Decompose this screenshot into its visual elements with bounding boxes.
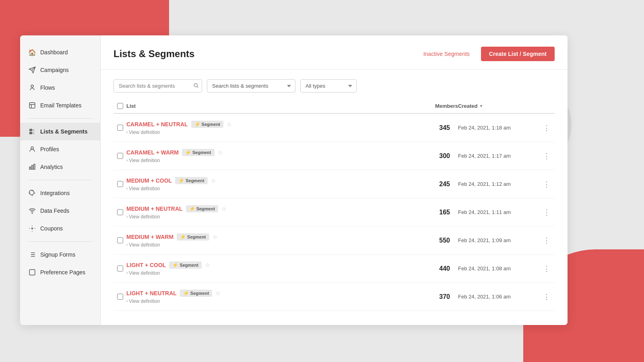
row-menu-button-3[interactable]: ⋮ <box>540 206 553 218</box>
row-menu-button-2[interactable]: ⋮ <box>540 178 553 190</box>
lists-segments-icon <box>28 128 36 136</box>
table-header: List Members Created ▼ <box>114 99 555 114</box>
sidebar-item-flows[interactable]: Flows <box>20 79 100 97</box>
row-checkbox-2 <box>114 181 126 187</box>
view-def-label-0: View definition <box>129 130 160 135</box>
star-icon-4[interactable]: ☆ <box>213 234 218 240</box>
row-checkbox-input-4[interactable] <box>117 237 123 243</box>
view-def-link-4[interactable]: › View definition <box>126 242 410 248</box>
segment-badge-6: ⚡ Segment <box>180 290 212 297</box>
svg-rect-11 <box>29 167 31 169</box>
row-created-1: Feb 24, 2021, 1:17 am <box>458 153 539 159</box>
search-icon-button[interactable] <box>193 82 199 89</box>
col-header-created[interactable]: Created ▼ <box>458 103 539 109</box>
row-name-label-3[interactable]: MEDIUM + NEUTRAL <box>126 206 183 212</box>
create-list-segment-button[interactable]: Create List / Segment <box>481 47 555 61</box>
row-checkbox-input-3[interactable] <box>117 209 123 215</box>
segment-badge-4: ⚡ Segment <box>177 233 209 241</box>
app-window: 🏠 Dashboard Campaigns Flows <box>20 35 568 325</box>
row-name-top-6: LIGHT + NEUTRAL ⚡ Segment ☆ <box>126 290 410 297</box>
home-icon: 🏠 <box>28 48 36 56</box>
lightning-icon-3: ⚡ <box>189 206 195 212</box>
sidebar-item-data-feeds[interactable]: Data Feeds <box>20 202 100 220</box>
row-checkbox-input-5[interactable] <box>117 265 123 272</box>
row-actions-5: ⋮ <box>539 263 555 275</box>
row-name-label-0[interactable]: CARAMEL + NEUTRAL <box>126 121 188 128</box>
sidebar-item-lists-segments[interactable]: Lists & Segments <box>20 123 100 140</box>
sidebar-item-email-templates[interactable]: Email Templates <box>20 97 100 114</box>
row-name-label-5[interactable]: LIGHT + COOL <box>126 262 166 268</box>
search-segments-select[interactable]: Search lists & segments <box>207 79 295 93</box>
view-def-link-1[interactable]: › View definition <box>126 158 410 163</box>
sidebar-item-integrations[interactable]: Integrations <box>20 184 100 202</box>
segment-badge-5: ⚡ Segment <box>169 261 201 269</box>
sidebar-item-label: Lists & Segments <box>40 128 87 135</box>
row-checkbox-input-0[interactable] <box>117 125 123 131</box>
analytics-icon <box>28 163 36 171</box>
row-members-0: 345 <box>410 124 458 132</box>
view-def-link-5[interactable]: › View definition <box>126 270 410 276</box>
select-all-checkbox[interactable] <box>117 103 123 109</box>
view-def-link-2[interactable]: › View definition <box>126 186 410 191</box>
sidebar-item-label: Profiles <box>40 146 59 152</box>
star-icon-6[interactable]: ☆ <box>215 290 221 296</box>
row-checkbox-input-2[interactable] <box>117 181 123 187</box>
row-name-label-6[interactable]: LIGHT + NEUTRAL <box>126 290 177 296</box>
coupons-icon <box>28 224 36 232</box>
row-name-label-2[interactable]: MEDIUM + COOL <box>126 177 172 184</box>
row-menu-button-0[interactable]: ⋮ <box>540 122 553 134</box>
sidebar-item-coupons[interactable]: Coupons <box>20 220 100 237</box>
star-icon-0[interactable]: ☆ <box>227 121 232 128</box>
sidebar-item-dashboard[interactable]: 🏠 Dashboard <box>20 43 100 61</box>
sidebar-item-analytics[interactable]: Analytics <box>20 158 100 176</box>
row-name-label-1[interactable]: CARAMEL + WARM <box>126 149 179 156</box>
star-icon-2[interactable]: ☆ <box>211 177 216 184</box>
row-menu-button-6[interactable]: ⋮ <box>540 291 553 303</box>
sidebar-item-profiles[interactable]: Profiles <box>20 140 100 158</box>
table-row: CARAMEL + WARM ⚡ Segment ☆ › View defini… <box>114 142 555 170</box>
lightning-icon-0: ⚡ <box>194 121 200 127</box>
row-members-1: 300 <box>410 152 458 160</box>
sidebar-item-preference-pages[interactable]: Preference Pages <box>20 263 100 281</box>
row-menu-button-4[interactable]: ⋮ <box>540 234 553 247</box>
view-def-label-1: View definition <box>129 158 160 163</box>
main-content: Lists & Segments Inactive Segments Creat… <box>101 35 568 325</box>
header-actions: Inactive Segments Create List / Segment <box>419 47 555 61</box>
view-def-link-3[interactable]: › View definition <box>126 214 410 220</box>
view-def-link-6[interactable]: › View definition <box>126 298 410 304</box>
row-checkbox-1 <box>114 153 126 159</box>
sidebar-item-campaigns[interactable]: Campaigns <box>20 61 100 79</box>
view-def-link-0[interactable]: › View definition <box>126 130 410 135</box>
svg-rect-3 <box>29 103 35 108</box>
chevron-right-icon-2: › <box>126 186 128 191</box>
row-menu-button-5[interactable]: ⋮ <box>540 263 553 275</box>
row-created-0: Feb 24, 2021, 1:18 am <box>458 125 539 131</box>
sidebar-item-label: Campaigns <box>40 67 69 73</box>
search-input-wrap <box>114 79 202 93</box>
svg-point-23 <box>194 83 197 86</box>
search-input[interactable] <box>114 79 202 93</box>
row-name-cell-3: MEDIUM + NEUTRAL ⚡ Segment ☆ › View defi… <box>126 205 410 220</box>
row-checkbox-input-6[interactable] <box>117 294 123 300</box>
segment-badge-0: ⚡ Segment <box>191 121 223 128</box>
row-name-cell-5: LIGHT + COOL ⚡ Segment ☆ › View definiti… <box>126 261 410 276</box>
row-created-3: Feb 24, 2021, 1:11 am <box>458 209 539 215</box>
row-menu-button-1[interactable]: ⋮ <box>540 150 553 162</box>
inactive-segments-button[interactable]: Inactive Segments <box>419 47 475 60</box>
svg-rect-13 <box>34 164 35 169</box>
sidebar-item-label: Analytics <box>40 164 63 170</box>
svg-point-2 <box>31 85 33 87</box>
svg-point-15 <box>32 228 33 229</box>
row-checkbox-input-1[interactable] <box>117 153 123 159</box>
star-icon-1[interactable]: ☆ <box>218 149 223 156</box>
integrations-icon <box>28 189 36 197</box>
lightning-icon-5: ⚡ <box>172 262 178 268</box>
row-created-2: Feb 24, 2021, 1:12 am <box>458 181 539 187</box>
sidebar-item-signup-forms[interactable]: Signup Forms <box>20 246 100 263</box>
sidebar-item-label: Data Feeds <box>40 208 69 214</box>
row-name-cell-1: CARAMEL + WARM ⚡ Segment ☆ › View defini… <box>126 149 410 163</box>
row-name-label-4[interactable]: MEDIUM + WARM <box>126 234 173 240</box>
star-icon-5[interactable]: ☆ <box>205 262 210 268</box>
type-filter-select[interactable]: All types Lists Segments <box>300 79 357 93</box>
star-icon-3[interactable]: ☆ <box>221 206 227 212</box>
